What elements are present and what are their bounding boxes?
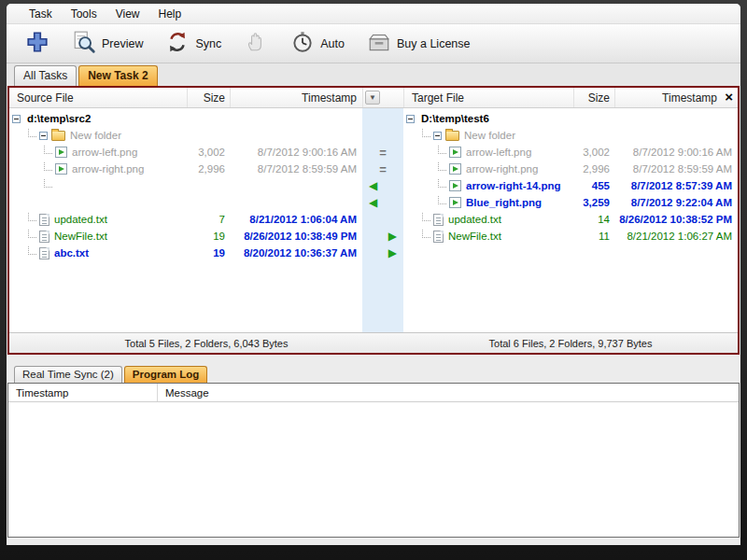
target-size-column-header[interactable]: Size	[573, 88, 614, 107]
log-message-column-header[interactable]: Message	[158, 384, 739, 401]
tree-connector	[44, 162, 52, 171]
sync-row[interactable]: arrow-left.png3,0028/7/2012 9:00:16 AM=a…	[9, 144, 738, 161]
tree-connector	[28, 213, 36, 221]
source-file-cell: abc.txt	[9, 245, 187, 261]
menu-task[interactable]: Task	[20, 5, 62, 23]
file-rows: d:\temp\src2D:\temp\test6New folderNew f…	[9, 108, 738, 261]
source-timestamp-cell: 8/20/2012 10:36:37 AM	[230, 245, 362, 261]
menu-bar: Task Tools View Help	[7, 4, 740, 24]
target-size-cell: 14	[573, 211, 614, 228]
file-name: abc.txt	[54, 247, 89, 259]
target-timestamp-cell: 8/7/2012 9:00:16 AM	[614, 144, 738, 161]
menu-tools[interactable]: Tools	[62, 5, 106, 23]
source-timestamp-cell	[230, 110, 362, 127]
direction-column-header: ▼	[362, 88, 403, 107]
menu-view[interactable]: View	[106, 5, 149, 23]
file-name: arrow-left.png	[72, 147, 137, 158]
preview-label: Preview	[102, 37, 143, 50]
source-size-cell: 19	[187, 228, 230, 245]
expand-toggle-icon[interactable]	[433, 132, 442, 140]
sync-row[interactable]: updated.txt78/21/2012 1:06:04 AMupdated.…	[9, 211, 738, 228]
source-size-cell	[187, 194, 230, 211]
target-timestamp-cell	[614, 110, 738, 127]
program-log-panel: Timestamp Message	[7, 383, 740, 538]
target-file-cell: arrow-right-14.png	[403, 177, 573, 194]
image-file-icon	[55, 163, 67, 175]
target-file-cell: NewFile.txt	[403, 228, 573, 245]
source-size-cell: 3,002	[187, 144, 230, 161]
source-size-cell: 19	[187, 245, 230, 261]
file-tree-area: d:\temp\src2D:\temp\test6New folderNew f…	[9, 108, 738, 332]
plus-icon	[25, 30, 49, 58]
sort-dropdown-icon[interactable]: ▼	[365, 91, 380, 105]
sync-direction-cell: ◀	[362, 194, 403, 211]
source-size-cell: 7	[187, 211, 230, 228]
source-timestamp-cell	[230, 194, 362, 211]
sync-button[interactable]: Sync	[160, 26, 227, 62]
stop-button[interactable]	[238, 26, 274, 62]
source-file-cell: New folder	[9, 127, 187, 144]
target-timestamp-column-header[interactable]: Timestamp	[614, 88, 738, 107]
menu-help[interactable]: Help	[149, 5, 191, 23]
source-timestamp-cell	[230, 127, 362, 144]
target-size-cell: 455	[573, 177, 614, 194]
auto-button[interactable]: Auto	[285, 26, 350, 62]
source-size-cell	[187, 110, 230, 127]
sync-row[interactable]: abc.txt198/20/2012 10:36:37 AM▶	[9, 245, 738, 261]
sync-panel: Source File Size Timestamp ▼ Target File…	[7, 86, 740, 355]
tab-real-time-sync[interactable]: Real Time Sync (2)	[14, 366, 122, 383]
sync-direction-cell	[362, 110, 403, 127]
sync-row[interactable]: ◀Blue_right.png3,2598/7/2012 9:22:04 AM	[9, 194, 738, 211]
tab-new-task-2[interactable]: New Task 2	[78, 65, 157, 86]
file-name: updated.txt	[54, 214, 107, 225]
target-timestamp-cell: 8/26/2012 10:38:52 PM	[614, 211, 738, 228]
copy-to-target-arrow-icon: ▶	[388, 230, 397, 243]
sync-row[interactable]: d:\temp\src2D:\temp\test6	[9, 110, 738, 127]
file-size: 3,002	[198, 147, 225, 158]
magnifier-icon	[72, 30, 96, 58]
bottom-tab-bar: Real Time Sync (2) Program Log	[7, 362, 740, 383]
target-file-cell: arrow-left.png	[403, 144, 573, 161]
tab-program-log[interactable]: Program Log	[124, 366, 208, 383]
tree-connector	[438, 162, 446, 171]
tab-all-tasks[interactable]: All Tasks	[14, 65, 77, 86]
box-icon	[367, 30, 391, 58]
tree-connector	[438, 179, 446, 188]
close-icon[interactable]: ×	[725, 89, 733, 105]
expand-toggle-icon[interactable]	[39, 132, 48, 140]
text-file-icon	[433, 214, 444, 226]
source-timestamp-column-header[interactable]: Timestamp	[230, 88, 362, 107]
source-size-column-header[interactable]: Size	[187, 88, 230, 107]
expand-toggle-icon[interactable]	[406, 115, 415, 123]
target-file-cell	[403, 245, 573, 261]
sync-row[interactable]: NewFile.txt198/26/2012 10:38:49 PM▶NewFi…	[9, 228, 738, 245]
log-body	[8, 402, 739, 537]
target-file-cell: Blue_right.png	[403, 194, 573, 211]
file-name: NewFile.txt	[54, 231, 107, 242]
file-timestamp: 8/7/2012 8:57:39 AM	[631, 180, 732, 191]
sync-row[interactable]: ◀arrow-right-14.png4558/7/2012 8:57:39 A…	[9, 177, 738, 194]
preview-button[interactable]: Preview	[66, 26, 148, 62]
source-timestamp-cell: 8/7/2012 9:00:16 AM	[230, 144, 362, 161]
target-size-cell: 3,002	[573, 144, 614, 161]
file-size: 19	[213, 231, 225, 242]
toolbar: Preview Sync	[7, 24, 740, 63]
target-file-column-header[interactable]: Target File	[403, 88, 573, 107]
file-name: Blue_right.png	[466, 197, 542, 208]
buy-license-label: Buy a License	[397, 37, 471, 50]
log-timestamp-column-header[interactable]: Timestamp	[8, 384, 158, 401]
expand-toggle-icon[interactable]	[12, 115, 21, 123]
buy-license-button[interactable]: Buy a License	[361, 26, 476, 62]
source-size-cell: 2,996	[187, 161, 230, 177]
sync-row[interactable]: arrow-right.png2,9968/7/2012 8:59:59 AM=…	[9, 161, 738, 177]
add-task-button[interactable]	[20, 26, 55, 62]
sync-row[interactable]: New folderNew folder	[9, 127, 738, 144]
column-header-row: Source File Size Timestamp ▼ Target File…	[9, 88, 738, 108]
sync-direction-cell	[362, 127, 403, 144]
copy-to-target-arrow-icon: ▶	[388, 246, 397, 259]
copy-to-source-arrow-icon: ◀	[369, 196, 377, 209]
equal-icon: =	[379, 162, 387, 176]
source-file-cell	[9, 194, 187, 211]
source-size-cell	[187, 127, 230, 144]
source-file-column-header[interactable]: Source File	[9, 88, 187, 107]
